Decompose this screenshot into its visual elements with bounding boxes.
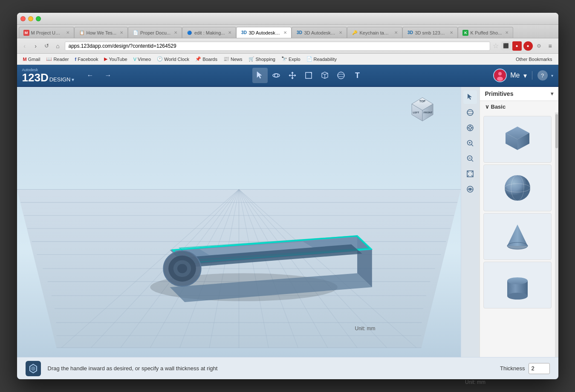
browser-window: M M Project Upda... ✕ 📋 How We Tes... ✕ …	[17, 13, 558, 379]
traffic-lights	[20, 16, 41, 21]
right-toolbar	[461, 87, 480, 357]
svg-text:LEFT: LEFT	[413, 111, 419, 114]
bookmark-youtube-label: YouTube	[109, 57, 127, 62]
tab-6[interactable]: 3D 3D Autodesk 12... ✕	[292, 27, 347, 38]
tab-6-close[interactable]: ✕	[339, 30, 342, 35]
facebook-icon: f	[75, 57, 76, 62]
extensions-icon[interactable]: ⬛	[501, 41, 511, 51]
icon-4[interactable]: ⚙	[535, 41, 544, 51]
help-button[interactable]: ?	[537, 70, 548, 81]
maximize-button[interactable]	[36, 16, 41, 21]
bookmark-star[interactable]: ☆	[493, 42, 499, 50]
cube-navigator[interactable]: TOP LEFT FRONT	[407, 95, 437, 127]
fit-vp-tool[interactable]	[463, 167, 477, 181]
tab-3-close[interactable]: ✕	[174, 30, 177, 35]
brand-caret[interactable]: ▾	[72, 77, 74, 82]
redo-button[interactable]: →	[101, 68, 116, 83]
bookmark-news[interactable]: 📰 News	[221, 55, 245, 63]
zoom-out-vp-tool[interactable]	[463, 152, 477, 165]
readability-icon: 📄	[306, 56, 312, 62]
bookmark-shopping[interactable]: 🛒 Shopping	[246, 55, 278, 63]
user-dropdown-icon[interactable]: ▾	[523, 72, 527, 80]
sphere-tool[interactable]	[333, 68, 349, 83]
box-icon	[320, 71, 329, 80]
icon-3[interactable]: ●	[523, 41, 533, 51]
user-name: Me	[510, 72, 520, 79]
primitives-grid	[480, 112, 555, 357]
bookmarks-bar: M Gmail 📖 Reader f Facebook ▶ YouTube V …	[17, 54, 558, 65]
forward-button[interactable]: ›	[32, 42, 40, 50]
svg-point-46	[177, 264, 187, 273]
bookmark-vimeo-label: Vimeo	[138, 57, 151, 62]
tab-9[interactable]: K K Puffed Sho... ✕	[458, 27, 513, 38]
status-message: Drag the handle inward as desired, or sp…	[48, 365, 493, 372]
primitive-sphere[interactable]	[483, 164, 552, 211]
zoom-in-vp-tool[interactable]	[463, 136, 477, 150]
bookmark-worldclock[interactable]: 🕐 World Clock	[154, 55, 192, 63]
bookmark-facebook[interactable]: f Facebook	[72, 56, 101, 63]
tab-5[interactable]: 3D 3D Autodesk 12... ✕	[236, 27, 292, 38]
icon-2[interactable]: ●	[512, 41, 522, 51]
bookmark-vimeo[interactable]: V Vimeo	[131, 56, 153, 63]
bookmark-youtube[interactable]: ▶ YouTube	[101, 55, 130, 63]
canvas-area[interactable]: TOP LEFT FRONT Unit: mm	[17, 87, 461, 357]
bookmark-reader[interactable]: 📖 Reader	[43, 55, 71, 63]
orbit-tool[interactable]	[269, 68, 284, 83]
minimize-button[interactable]	[28, 16, 33, 21]
box-tool[interactable]	[317, 68, 332, 83]
back-button[interactable]: ‹	[20, 42, 29, 50]
tab-7[interactable]: 🔑 Keychain tag ... ✕	[347, 27, 402, 38]
tab-5-close[interactable]: ✕	[283, 30, 287, 35]
tab-8-close[interactable]: ✕	[450, 30, 453, 35]
tab-2[interactable]: 📋 How We Tes... ✕	[74, 27, 128, 38]
select-vp-tool[interactable]	[463, 90, 477, 104]
view-vp-tool[interactable]	[463, 182, 477, 196]
gmail-icon: M	[23, 57, 27, 62]
autodesk-brand: Autodesk 123D DESIGN ▾	[22, 68, 74, 83]
user-avatar[interactable]	[493, 69, 507, 82]
panel-dropdown-button[interactable]: ▾	[551, 91, 553, 97]
undo-button[interactable]: ←	[83, 68, 98, 83]
bookmark-boards[interactable]: 📌 Boards	[193, 55, 220, 63]
primitive-box[interactable]	[483, 116, 552, 163]
scrollbar-thumb[interactable]	[555, 114, 558, 148]
tab-8[interactable]: 3D 3D smb 123D_D... ✕	[402, 27, 458, 38]
bookmark-explo[interactable]: 🔭 Explo	[279, 55, 303, 63]
shell-icon	[27, 363, 39, 375]
orbit-vp-tool[interactable]	[463, 106, 477, 119]
help-dropdown-icon[interactable]: ▾	[551, 73, 553, 78]
help-icon: ?	[541, 72, 544, 79]
primitive-cylinder[interactable]	[483, 262, 552, 308]
bookmark-explo-label: Explo	[289, 57, 301, 62]
tab-1-close[interactable]: ✕	[66, 30, 69, 35]
svg-point-72	[505, 175, 530, 201]
pan-vp-tool[interactable]	[463, 121, 477, 135]
thickness-input[interactable]	[529, 363, 550, 374]
home-button[interactable]: ⌂	[54, 42, 62, 50]
tab-9-close[interactable]: ✕	[505, 30, 509, 35]
menu-button[interactable]: ≡	[546, 41, 555, 51]
panel-scrollbar[interactable]	[555, 112, 558, 357]
bookmark-gmail[interactable]: M Gmail	[20, 56, 43, 63]
tab-1[interactable]: M M Project Upda... ✕	[19, 27, 74, 38]
tab-7-close[interactable]: ✕	[394, 30, 398, 35]
brand-123d: 123D	[22, 72, 49, 83]
cube-nav-svg: TOP LEFT FRONT	[407, 95, 437, 125]
tab-2-close[interactable]: ✕	[120, 30, 123, 35]
url-input[interactable]	[65, 41, 490, 51]
tab-4[interactable]: 🔵 edit : Making... ✕	[182, 27, 237, 38]
shopping-icon: 🛒	[248, 56, 254, 62]
select-tool[interactable]	[252, 68, 268, 83]
tab-3[interactable]: 📄 Proper Docu... ✕	[128, 27, 182, 38]
other-bookmarks[interactable]: Other Bookmarks	[513, 56, 555, 63]
scale-tool[interactable]	[301, 68, 316, 83]
section-caret-icon[interactable]: ∨	[485, 104, 489, 110]
primitive-cone[interactable]	[483, 213, 552, 260]
move-tool[interactable]	[285, 68, 300, 83]
text-tool[interactable]: T	[350, 68, 365, 83]
reload-button[interactable]: ↺	[43, 42, 51, 50]
tab-4-close[interactable]: ✕	[228, 30, 231, 35]
bookmark-readability[interactable]: 📄 Readability	[304, 55, 339, 63]
close-button[interactable]	[20, 16, 26, 21]
panel-header: Primitives ▾	[480, 87, 558, 101]
